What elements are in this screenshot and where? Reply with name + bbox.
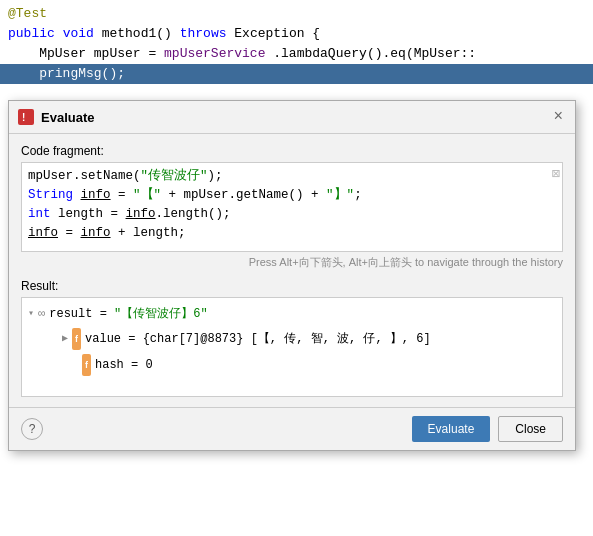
code-fragment-area[interactable]: ⊠ mpUser.setName("传智波仔"); String info = … [21,162,563,252]
evaluate-button[interactable]: Evaluate [412,416,491,442]
expand-arrow-1[interactable]: ▶ [62,329,68,349]
code-line-4-selected: pringMsg(); [0,64,593,84]
result-top-row[interactable]: ▾ ∞ result = "【传智波仔】6" [22,302,562,326]
cf-line-1: mpUser.setName("传智波仔"); [28,167,556,186]
public-keyword: public [8,26,55,41]
dialog-close-button[interactable]: × [549,107,567,127]
code-fragment-label: Code fragment: [21,144,563,158]
void-keyword: void [63,26,94,41]
result-top-text: result = "【传智波仔】6" [49,304,207,324]
dialog-body: Code fragment: ⊠ mpUser.setName("传智波仔");… [9,134,575,407]
cf-line-4: info = info + length; [28,224,556,243]
code-line-2: public void method1() throws Exception { [0,24,593,44]
field-badge-1: f [72,328,81,350]
code-line-1: @Test [0,4,593,24]
cf-line-3: int length = info.length(); [28,205,556,224]
code-line-3: MpUser mpUser = mpUserService .lambdaQue… [0,44,593,64]
result-child-1[interactable]: ▶ f value = {char[7]@8873} [【, 传, 智, 波, … [22,326,562,352]
result-child-2-text: hash = 0 [95,355,153,375]
dialog-footer: ? Evaluate Close [9,407,575,450]
scroll-indicator: ⊠ [552,165,560,184]
help-button[interactable]: ? [21,418,43,440]
evaluate-icon: ! [17,108,35,126]
throws-keyword: throws [180,26,227,41]
result-child-2: f hash = 0 [22,352,562,378]
infinity-icon: ∞ [38,304,45,324]
svg-text:!: ! [22,112,25,123]
dialog-titlebar: ! Evaluate × [9,101,575,134]
result-child-1-text: value = {char[7]@8873} [【, 传, 智, 波, 仔, 】… [85,329,431,349]
collapse-arrow[interactable]: ▾ [28,304,34,324]
result-label: Result: [21,279,563,293]
code-editor: @Test public void method1() throws Excep… [0,0,593,88]
field-badge-2: f [82,354,91,376]
evaluate-dialog: ! Evaluate × Code fragment: ⊠ mpUser.set… [8,100,576,451]
history-hint: Press Alt+向下箭头, Alt+向上箭头 to navigate thr… [21,252,563,273]
dialog-title-text: Evaluate [41,110,549,125]
footer-buttons: Evaluate Close [412,416,563,442]
cf-line-2: String info = "【" + mpUser.getName() + "… [28,186,556,205]
annotation-keyword: @Test [8,6,47,21]
result-area: ▾ ∞ result = "【传智波仔】6" ▶ f value = {char… [21,297,563,397]
svg-rect-0 [18,109,34,125]
close-button[interactable]: Close [498,416,563,442]
